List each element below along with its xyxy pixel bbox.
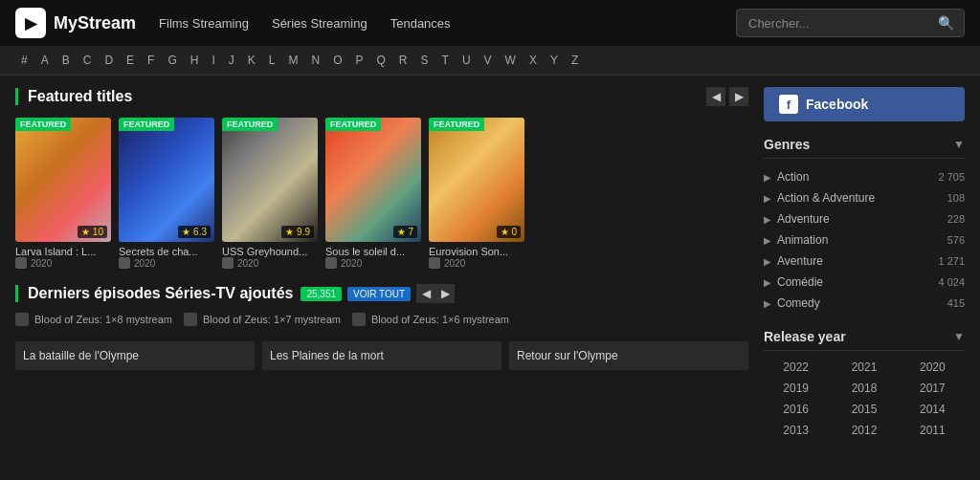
- year-item-2014[interactable]: 2014: [901, 401, 965, 418]
- series-title: Derniers épisodes Séries-TV ajoutés: [15, 285, 293, 302]
- alpha-item-c[interactable]: C: [78, 52, 98, 69]
- nav-films[interactable]: Films Streaming: [159, 16, 249, 31]
- alpha-item-h[interactable]: H: [185, 52, 205, 69]
- genre-name-0: Action: [777, 170, 809, 184]
- alpha-item-b[interactable]: B: [56, 52, 76, 69]
- movie-title-2: USS Greyhound...: [222, 246, 318, 257]
- facebook-button[interactable]: f Facebook: [764, 87, 965, 121]
- alpha-item-q[interactable]: Q: [371, 52, 391, 69]
- genre-count-3: 576: [947, 234, 965, 246]
- logo-icon: ▶: [15, 8, 46, 38]
- logo[interactable]: ▶ MyStream: [15, 8, 136, 38]
- movie-poster-2: FEATURED★ 9.9: [222, 118, 318, 242]
- year-item-2013[interactable]: 2013: [764, 422, 828, 439]
- search-button[interactable]: 🔍: [928, 10, 964, 36]
- bottom-title-item-2[interactable]: Retour sur l'Olympe: [509, 341, 748, 370]
- movie-card-2[interactable]: FEATURED★ 9.9USS Greyhound...2020: [222, 118, 318, 269]
- alpha-item-w[interactable]: W: [500, 52, 522, 69]
- alpha-item-y[interactable]: Y: [545, 52, 564, 69]
- series-item-0[interactable]: Blood of Zeus: 1×8 mystream: [15, 313, 172, 326]
- alpha-item-v[interactable]: V: [479, 52, 498, 69]
- genre-item-0[interactable]: ▶Action2 705: [764, 166, 965, 187]
- featured-prev-button[interactable]: ◀: [706, 87, 725, 106]
- bottom-title-item-1[interactable]: Les Plaines de la mort: [262, 341, 501, 370]
- genre-item-6[interactable]: ▶Comedy415: [764, 293, 965, 314]
- movie-year-2: 2020: [237, 258, 258, 269]
- year-item-2015[interactable]: 2015: [832, 401, 896, 418]
- genre-item-5[interactable]: ▶Comédie4 024: [764, 272, 965, 293]
- alpha-item-d[interactable]: D: [99, 52, 119, 69]
- voir-tout-button[interactable]: VOIR TOUT: [347, 287, 411, 301]
- genre-item-4[interactable]: ▶Aventure1 271: [764, 251, 965, 272]
- genre-name-5: Comédie: [777, 275, 823, 289]
- year-item-2021[interactable]: 2021: [832, 359, 896, 376]
- alpha-item-m[interactable]: M: [282, 52, 303, 69]
- year-item-2020[interactable]: 2020: [901, 359, 965, 376]
- genres-section: Genres ▼ ▶Action2 705▶Action & Adventure…: [764, 137, 965, 314]
- genre-count-1: 108: [947, 192, 965, 204]
- movie-rating-1: ★ 6.3: [178, 226, 211, 238]
- alpha-item-r[interactable]: R: [393, 52, 413, 69]
- main-nav: Films Streaming Séries Streaming Tendanc…: [159, 16, 713, 31]
- year-item-2022[interactable]: 2022: [764, 359, 828, 376]
- alpha-item-t[interactable]: T: [436, 52, 455, 69]
- search-input[interactable]: [737, 11, 928, 36]
- alpha-item-n[interactable]: N: [305, 52, 325, 69]
- movie-rating-3: ★ 7: [393, 226, 417, 238]
- year-item-2017[interactable]: 2017: [901, 380, 965, 397]
- genre-item-2[interactable]: ▶Adventure228: [764, 208, 965, 229]
- alpha-item-s[interactable]: S: [415, 52, 434, 69]
- alpha-item-j[interactable]: J: [223, 52, 240, 69]
- year-item-2016[interactable]: 2016: [764, 401, 828, 418]
- series-thumb-1: [184, 313, 197, 326]
- year-item-2018[interactable]: 2018: [832, 380, 896, 397]
- movie-poster-3: FEATURED★ 7: [325, 118, 421, 242]
- movie-card-0[interactable]: FEATURED★ 10Larva Island : L...2020: [15, 118, 111, 269]
- alpha-item-e[interactable]: E: [121, 52, 140, 69]
- genre-item-3[interactable]: ▶Animation576: [764, 229, 965, 251]
- alpha-item-k[interactable]: K: [242, 52, 261, 69]
- alpha-item-z[interactable]: Z: [566, 52, 584, 69]
- release-year-dropdown-arrow[interactable]: ▼: [953, 330, 965, 343]
- release-year-header: Release year ▼: [764, 329, 965, 351]
- alpha-item-#[interactable]: #: [15, 52, 33, 69]
- alpha-item-l[interactable]: L: [263, 52, 281, 69]
- genre-name-4: Aventure: [777, 254, 823, 268]
- year-item-2011[interactable]: 2011: [901, 422, 965, 439]
- featured-next-button[interactable]: ▶: [729, 87, 748, 106]
- featured-section-header: Featured titles ◀ ▶: [15, 87, 748, 106]
- alpha-item-u[interactable]: U: [457, 52, 477, 69]
- channel-icon-2: [222, 257, 234, 269]
- series-next-button[interactable]: ▶: [435, 284, 455, 303]
- bottom-titles: La bataille de l'OlympeLes Plaines de la…: [15, 341, 748, 370]
- channel-icon-1: [119, 257, 130, 269]
- search-bar: 🔍: [736, 9, 965, 37]
- alpha-item-i[interactable]: I: [206, 52, 220, 69]
- movie-poster-1: FEATURED★ 6.3: [119, 118, 214, 242]
- movie-card-1[interactable]: FEATURED★ 6.3Secrets de cha...2020: [119, 118, 214, 269]
- movie-card-3[interactable]: FEATURED★ 7Sous le soleil d...2020: [325, 118, 421, 269]
- year-item-2019[interactable]: 2019: [764, 380, 828, 397]
- genres-dropdown-arrow[interactable]: ▼: [953, 138, 965, 151]
- alpha-item-x[interactable]: X: [523, 52, 543, 69]
- genres-header: Genres ▼: [764, 137, 965, 159]
- year-item-2012[interactable]: 2012: [832, 422, 896, 439]
- alpha-item-g[interactable]: G: [162, 52, 182, 69]
- series-item-text-2: Blood of Zeus: 1×6 mystream: [371, 314, 509, 325]
- movie-card-4[interactable]: FEATURED★ 0Eurovision Son...2020: [429, 118, 524, 269]
- alpha-item-p[interactable]: P: [350, 52, 369, 69]
- alpha-item-a[interactable]: A: [35, 52, 55, 69]
- movie-poster-0: FEATURED★ 10: [15, 118, 111, 242]
- nav-tendances[interactable]: Tendances: [390, 16, 451, 31]
- series-item-1[interactable]: Blood of Zeus: 1×7 mystream: [184, 313, 341, 326]
- bottom-title-item-0[interactable]: La bataille de l'Olympe: [15, 341, 255, 370]
- series-prev-button[interactable]: ◀: [416, 284, 435, 303]
- alpha-item-f[interactable]: F: [142, 52, 160, 69]
- featured-badge-3: FEATURED: [325, 118, 381, 131]
- series-item-2[interactable]: Blood of Zeus: 1×6 mystream: [352, 313, 509, 326]
- nav-series[interactable]: Séries Streaming: [272, 16, 368, 31]
- alpha-item-o[interactable]: O: [327, 52, 347, 69]
- main-layout: Featured titles ◀ ▶ FEATURED★ 10Larva Is…: [0, 76, 980, 450]
- genre-name-6: Comedy: [777, 296, 820, 310]
- genre-item-1[interactable]: ▶Action & Adventure108: [764, 187, 965, 208]
